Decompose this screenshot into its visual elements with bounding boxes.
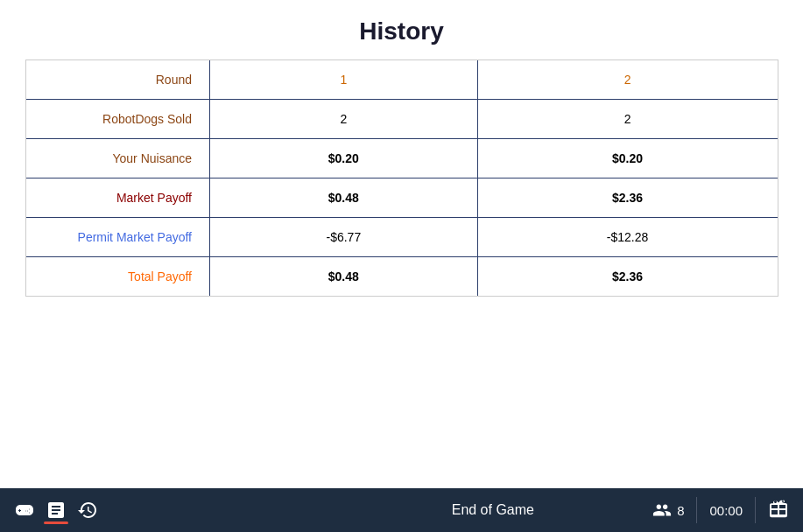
row-label-permit: Permit Market Payoff xyxy=(26,218,210,257)
player-count: 8 xyxy=(677,503,684,518)
table-row-round: Round12 xyxy=(26,60,778,100)
row-value-market-2: $2.36 xyxy=(477,178,777,218)
row-value-permit-1: -$6.77 xyxy=(210,218,478,257)
history-table-container[interactable]: Round12RobotDogs Sold22Your Nuisance$0.2… xyxy=(25,60,778,297)
history-table: Round12RobotDogs Sold22Your Nuisance$0.2… xyxy=(26,60,778,296)
row-label-round: Round xyxy=(26,60,210,100)
row-value-robotdogs-1: 2 xyxy=(210,100,478,139)
row-value-nuisance-1: $0.20 xyxy=(210,139,478,178)
row-value-round-1: 1 xyxy=(210,60,478,100)
row-value-nuisance-2: $0.20 xyxy=(477,139,777,178)
player-count-stat: 8 xyxy=(652,500,684,520)
gamepad-icon[interactable] xyxy=(14,500,35,521)
row-label-nuisance: Your Nuisance xyxy=(26,139,210,178)
toolbar-divider-1 xyxy=(696,497,697,523)
row-value-round-2: 2 xyxy=(477,60,777,100)
main-content: History Round12RobotDogs Sold22Your Nuis… xyxy=(0,0,803,488)
toolbar-right: 8 00:00 xyxy=(652,497,789,523)
history-icon[interactable] xyxy=(77,500,98,521)
timer-display: 00:00 xyxy=(709,503,743,518)
row-label-market: Market Payoff xyxy=(26,178,210,218)
row-label-total: Total Payoff xyxy=(26,257,210,297)
table-row-nuisance: Your Nuisance$0.20$0.20 xyxy=(26,139,778,178)
table-row-total: Total Payoff$0.48$2.36 xyxy=(26,257,778,297)
row-value-market-1: $0.48 xyxy=(210,178,478,218)
table-row-permit: Permit Market Payoff-$6.77-$12.28 xyxy=(26,218,778,257)
gift-icon[interactable] xyxy=(768,498,789,523)
row-value-total-1: $0.48 xyxy=(210,257,478,297)
bottom-toolbar: End of Game 8 00:00 xyxy=(0,488,803,532)
timer-stat: 00:00 xyxy=(709,503,743,518)
toolbar-center-label: End of Game xyxy=(334,502,653,518)
row-value-total-2: $2.36 xyxy=(477,257,777,297)
report-icon[interactable] xyxy=(46,500,67,521)
page-title: History xyxy=(359,18,443,46)
row-value-permit-2: -$12.28 xyxy=(477,218,777,257)
row-value-robotdogs-2: 2 xyxy=(477,100,777,139)
row-label-robotdogs: RobotDogs Sold xyxy=(26,100,210,139)
toolbar-left xyxy=(14,500,334,521)
table-row-robotdogs: RobotDogs Sold22 xyxy=(26,100,778,139)
table-row-market: Market Payoff$0.48$2.36 xyxy=(26,178,778,218)
toolbar-divider-2 xyxy=(755,497,756,523)
